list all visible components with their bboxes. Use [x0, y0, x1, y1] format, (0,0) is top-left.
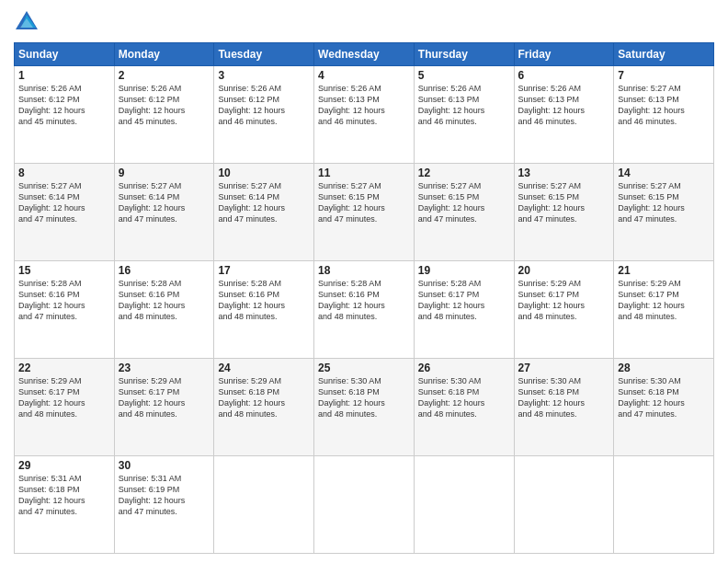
day-info: Sunrise: 5:26 AM Sunset: 6:13 PM Dayligh… — [318, 83, 410, 128]
day-number: 27 — [518, 362, 610, 374]
day-info: Sunrise: 5:27 AM Sunset: 6:14 PM Dayligh… — [218, 180, 310, 225]
day-info: Sunrise: 5:27 AM Sunset: 6:14 PM Dayligh… — [119, 180, 210, 225]
day-number: 1 — [18, 69, 110, 82]
day-info: Sunrise: 5:28 AM Sunset: 6:17 PM Dayligh… — [418, 278, 510, 323]
calendar-day-header: Wednesday — [314, 43, 415, 66]
day-number: 25 — [318, 362, 410, 374]
day-info: Sunrise: 5:27 AM Sunset: 6:15 PM Dayligh… — [518, 180, 610, 225]
day-number: 8 — [18, 167, 110, 179]
day-info: Sunrise: 5:26 AM Sunset: 6:13 PM Dayligh… — [518, 83, 610, 128]
calendar-cell — [214, 456, 314, 554]
calendar-cell: 15Sunrise: 5:28 AM Sunset: 6:16 PM Dayli… — [15, 261, 115, 359]
calendar-cell: 10Sunrise: 5:27 AM Sunset: 6:14 PM Dayli… — [214, 164, 314, 261]
day-number: 4 — [318, 69, 410, 82]
day-number: 18 — [318, 264, 410, 277]
day-number: 21 — [618, 264, 710, 277]
calendar-cell: 23Sunrise: 5:29 AM Sunset: 6:17 PM Dayli… — [114, 359, 214, 456]
calendar-cell: 8Sunrise: 5:27 AM Sunset: 6:14 PM Daylig… — [15, 164, 115, 261]
day-info: Sunrise: 5:28 AM Sunset: 6:16 PM Dayligh… — [119, 278, 210, 323]
day-info: Sunrise: 5:26 AM Sunset: 6:12 PM Dayligh… — [18, 83, 110, 128]
day-number: 12 — [418, 167, 510, 179]
calendar-cell: 18Sunrise: 5:28 AM Sunset: 6:16 PM Dayli… — [314, 261, 415, 359]
day-number: 30 — [119, 459, 210, 472]
logo-icon — [14, 9, 40, 35]
calendar-cell: 14Sunrise: 5:27 AM Sunset: 6:15 PM Dayli… — [614, 164, 714, 261]
calendar-cell: 22Sunrise: 5:29 AM Sunset: 6:17 PM Dayli… — [15, 359, 115, 456]
day-number: 10 — [218, 167, 310, 179]
calendar-cell: 7Sunrise: 5:27 AM Sunset: 6:13 PM Daylig… — [614, 66, 714, 164]
calendar-week-row: 8Sunrise: 5:27 AM Sunset: 6:14 PM Daylig… — [15, 164, 714, 261]
day-info: Sunrise: 5:30 AM Sunset: 6:18 PM Dayligh… — [318, 375, 410, 420]
day-number: 26 — [418, 362, 510, 374]
day-info: Sunrise: 5:27 AM Sunset: 6:15 PM Dayligh… — [618, 180, 710, 225]
calendar-cell: 24Sunrise: 5:29 AM Sunset: 6:18 PM Dayli… — [214, 359, 314, 456]
calendar-cell: 1Sunrise: 5:26 AM Sunset: 6:12 PM Daylig… — [15, 66, 115, 164]
calendar-cell: 25Sunrise: 5:30 AM Sunset: 6:18 PM Dayli… — [314, 359, 415, 456]
day-number: 2 — [119, 69, 210, 82]
day-number: 9 — [119, 167, 210, 179]
calendar-day-header: Monday — [114, 43, 214, 66]
calendar-cell: 11Sunrise: 5:27 AM Sunset: 6:15 PM Dayli… — [314, 164, 415, 261]
calendar-cell: 2Sunrise: 5:26 AM Sunset: 6:12 PM Daylig… — [114, 66, 214, 164]
calendar-cell: 13Sunrise: 5:27 AM Sunset: 6:15 PM Dayli… — [514, 164, 614, 261]
calendar-cell: 12Sunrise: 5:27 AM Sunset: 6:15 PM Dayli… — [414, 164, 514, 261]
calendar-cell: 21Sunrise: 5:29 AM Sunset: 6:17 PM Dayli… — [614, 261, 714, 359]
calendar-cell: 19Sunrise: 5:28 AM Sunset: 6:17 PM Dayli… — [414, 261, 514, 359]
day-info: Sunrise: 5:30 AM Sunset: 6:18 PM Dayligh… — [618, 375, 710, 420]
day-info: Sunrise: 5:29 AM Sunset: 6:17 PM Dayligh… — [18, 375, 110, 420]
day-info: Sunrise: 5:29 AM Sunset: 6:18 PM Dayligh… — [218, 375, 310, 420]
day-number: 7 — [618, 69, 710, 82]
day-info: Sunrise: 5:28 AM Sunset: 6:16 PM Dayligh… — [218, 278, 310, 323]
calendar-cell: 26Sunrise: 5:30 AM Sunset: 6:18 PM Dayli… — [414, 359, 514, 456]
day-number: 6 — [518, 69, 610, 82]
calendar-day-header: Sunday — [15, 43, 115, 66]
day-number: 17 — [218, 264, 310, 277]
day-info: Sunrise: 5:28 AM Sunset: 6:16 PM Dayligh… — [318, 278, 410, 323]
day-number: 24 — [218, 362, 310, 374]
calendar-cell — [514, 456, 614, 554]
calendar-cell — [614, 456, 714, 554]
day-number: 5 — [418, 69, 510, 82]
day-info: Sunrise: 5:29 AM Sunset: 6:17 PM Dayligh… — [618, 278, 710, 323]
day-info: Sunrise: 5:27 AM Sunset: 6:15 PM Dayligh… — [318, 180, 410, 225]
day-info: Sunrise: 5:26 AM Sunset: 6:13 PM Dayligh… — [418, 83, 510, 128]
day-number: 20 — [518, 264, 610, 277]
day-number: 14 — [618, 167, 710, 179]
day-info: Sunrise: 5:27 AM Sunset: 6:13 PM Dayligh… — [618, 83, 710, 128]
calendar-week-row: 1Sunrise: 5:26 AM Sunset: 6:12 PM Daylig… — [15, 66, 714, 164]
calendar-week-row: 22Sunrise: 5:29 AM Sunset: 6:17 PM Dayli… — [15, 359, 714, 456]
day-info: Sunrise: 5:29 AM Sunset: 6:17 PM Dayligh… — [119, 375, 210, 420]
day-info: Sunrise: 5:31 AM Sunset: 6:19 PM Dayligh… — [119, 473, 210, 518]
page: SundayMondayTuesdayWednesdayThursdayFrid… — [0, 0, 728, 563]
day-number: 22 — [18, 362, 110, 374]
day-number: 16 — [119, 264, 210, 277]
calendar-cell: 28Sunrise: 5:30 AM Sunset: 6:18 PM Dayli… — [614, 359, 714, 456]
calendar-header-row: SundayMondayTuesdayWednesdayThursdayFrid… — [15, 43, 714, 66]
day-info: Sunrise: 5:26 AM Sunset: 6:12 PM Dayligh… — [218, 83, 310, 128]
calendar-cell: 29Sunrise: 5:31 AM Sunset: 6:18 PM Dayli… — [15, 456, 115, 554]
calendar-cell: 6Sunrise: 5:26 AM Sunset: 6:13 PM Daylig… — [514, 66, 614, 164]
calendar-cell: 17Sunrise: 5:28 AM Sunset: 6:16 PM Dayli… — [214, 261, 314, 359]
calendar-table: SundayMondayTuesdayWednesdayThursdayFrid… — [14, 42, 714, 554]
day-number: 23 — [119, 362, 210, 374]
day-number: 3 — [218, 69, 310, 82]
calendar-cell: 30Sunrise: 5:31 AM Sunset: 6:19 PM Dayli… — [114, 456, 214, 554]
calendar-cell: 5Sunrise: 5:26 AM Sunset: 6:13 PM Daylig… — [414, 66, 514, 164]
day-info: Sunrise: 5:26 AM Sunset: 6:12 PM Dayligh… — [119, 83, 210, 128]
calendar-body: 1Sunrise: 5:26 AM Sunset: 6:12 PM Daylig… — [15, 66, 714, 554]
calendar-cell: 16Sunrise: 5:28 AM Sunset: 6:16 PM Dayli… — [114, 261, 214, 359]
day-info: Sunrise: 5:28 AM Sunset: 6:16 PM Dayligh… — [18, 278, 110, 323]
day-number: 15 — [18, 264, 110, 277]
day-info: Sunrise: 5:27 AM Sunset: 6:14 PM Dayligh… — [18, 180, 110, 225]
calendar-day-header: Saturday — [614, 43, 714, 66]
logo — [14, 9, 43, 35]
calendar-cell: 27Sunrise: 5:30 AM Sunset: 6:18 PM Dayli… — [514, 359, 614, 456]
day-number: 13 — [518, 167, 610, 179]
calendar-day-header: Thursday — [414, 43, 514, 66]
day-info: Sunrise: 5:30 AM Sunset: 6:18 PM Dayligh… — [418, 375, 510, 420]
day-info: Sunrise: 5:30 AM Sunset: 6:18 PM Dayligh… — [518, 375, 610, 420]
calendar-cell: 9Sunrise: 5:27 AM Sunset: 6:14 PM Daylig… — [114, 164, 214, 261]
day-number: 29 — [18, 459, 110, 472]
day-info: Sunrise: 5:31 AM Sunset: 6:18 PM Dayligh… — [18, 473, 110, 518]
calendar-cell: 4Sunrise: 5:26 AM Sunset: 6:13 PM Daylig… — [314, 66, 415, 164]
